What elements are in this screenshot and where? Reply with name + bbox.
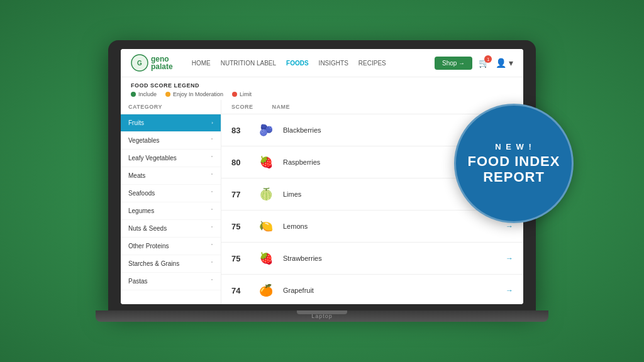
laptop-body: G geno palate HOME NUTRITION LABEL FOODS xyxy=(108,40,536,310)
badge-title: FOOD INDEX REPORT xyxy=(468,154,560,184)
chevron-down-icon: ˅ xyxy=(211,243,213,249)
sidebar-item-other-proteins[interactable]: Other Proteins ˅ xyxy=(121,238,221,255)
food-list-header: SCORE NAME xyxy=(221,100,523,114)
user-icon[interactable]: 👤 ▾ xyxy=(496,58,513,68)
score-column-header: SCORE xyxy=(231,104,253,110)
chevron-down-icon: ˅ xyxy=(211,138,213,143)
badge-new-label: N E W ! xyxy=(495,142,533,151)
sidebar-header: CATEGORY xyxy=(121,100,221,114)
laptop-wrapper: G geno palate HOME NUTRITION LABEL FOODS xyxy=(96,30,548,332)
laptop-label: Laptop xyxy=(311,313,333,319)
logo: G geno palate xyxy=(131,54,173,72)
nav-insights[interactable]: INSIGHTS xyxy=(319,60,348,67)
nav-foods[interactable]: FOODS xyxy=(286,60,309,67)
name-strawberries: Strawberries xyxy=(283,255,498,262)
score-lemons: 75 xyxy=(231,222,249,231)
sidebar-item-fruits[interactable]: Fruits › xyxy=(121,114,221,132)
name-column-header: NAME xyxy=(272,104,291,110)
img-raspberries: 🍓 xyxy=(257,153,275,172)
chevron-down-icon: ˅ xyxy=(211,155,213,161)
svg-text:G: G xyxy=(137,60,142,67)
logo-text: geno palate xyxy=(151,55,173,70)
overlay-badge: N E W ! FOOD INDEX REPORT xyxy=(454,104,574,223)
sidebar-item-vegetables[interactable]: Vegetables ˅ xyxy=(121,132,221,150)
sidebar-item-pastas[interactable]: Pastas ˅ xyxy=(121,273,221,290)
sidebar-item-seafoods[interactable]: Seafoods ˅ xyxy=(121,185,221,202)
logo-icon: G xyxy=(131,54,148,72)
legend-include: Include xyxy=(131,91,157,97)
score-limes: 77 xyxy=(231,190,249,199)
laptop-base: Laptop xyxy=(96,310,548,322)
nav-right: Shop → 🛒 1 👤 ▾ xyxy=(435,57,513,70)
chevron-down-icon: ˅ xyxy=(211,208,213,214)
chevron-down-icon: ˅ xyxy=(211,190,213,196)
legend-title: FOOD SCORE LEGEND xyxy=(131,82,513,89)
arrow-strawberries[interactable]: → xyxy=(506,254,513,263)
score-raspberries: 80 xyxy=(231,158,249,167)
limit-label: Limit xyxy=(240,91,252,97)
img-blackberries: 🫐 xyxy=(257,121,275,140)
arrow-grapefruit[interactable]: → xyxy=(506,286,513,295)
include-label: Include xyxy=(138,91,157,97)
arrow-lemons[interactable]: → xyxy=(506,222,513,231)
sidebar-item-leafy-vegetables[interactable]: Leafy Vegetables ˅ xyxy=(121,150,221,167)
img-limes: 🍈 xyxy=(257,185,275,204)
navigation-bar: G geno palate HOME NUTRITION LABEL FOODS xyxy=(121,49,523,77)
chevron-down-icon: ˅ xyxy=(211,278,213,284)
food-row-grapefruit: 74 🍊 Grapefruit → xyxy=(221,275,523,304)
cart-icon[interactable]: 🛒 1 xyxy=(479,58,489,68)
chevron-down-icon: ˅ xyxy=(211,173,213,178)
nav-links: HOME NUTRITION LABEL FOODS INSIGHTS RECI… xyxy=(192,60,422,67)
img-grapefruit: 🍊 xyxy=(257,281,275,300)
nav-home[interactable]: HOME xyxy=(192,60,211,67)
chevron-right-icon: › xyxy=(211,120,213,126)
chevron-down-icon: ˅ xyxy=(211,226,213,231)
img-lemons: 🍋 xyxy=(257,217,275,236)
img-strawberries: 🍓 xyxy=(257,249,275,268)
include-dot xyxy=(131,92,136,97)
legend-enjoy: Enjoy In Moderation xyxy=(165,91,223,97)
food-row-strawberries: 75 🍓 Strawberries → xyxy=(221,243,523,275)
name-lemons: Lemons xyxy=(283,222,498,230)
enjoy-dot xyxy=(165,92,170,97)
score-blackberries: 83 xyxy=(231,126,249,135)
chevron-down-icon: ˅ xyxy=(211,261,213,266)
sidebar-item-legumes[interactable]: Legumes ˅ xyxy=(121,202,221,220)
limit-dot xyxy=(232,92,237,97)
shop-button[interactable]: Shop → xyxy=(435,57,472,70)
sidebar: CATEGORY Fruits › Vegetables ˅ xyxy=(121,100,221,304)
legend-bar: FOOD SCORE LEGEND Include Enjoy In Moder… xyxy=(121,77,523,100)
food-row-lemons: 75 🍋 Lemons → xyxy=(221,211,523,243)
main-area: CATEGORY Fruits › Vegetables ˅ xyxy=(121,100,523,304)
cart-badge: 1 xyxy=(484,55,492,63)
nav-recipes[interactable]: RECIPES xyxy=(358,60,386,67)
score-grapefruit: 74 xyxy=(231,286,249,295)
sidebar-item-starches-grains[interactable]: Starches & Grains ˅ xyxy=(121,255,221,273)
enjoy-label: Enjoy In Moderation xyxy=(173,91,223,97)
legend-items: Include Enjoy In Moderation Limit xyxy=(131,91,513,97)
nav-nutrition-label[interactable]: NUTRITION LABEL xyxy=(221,60,276,67)
sidebar-item-nuts-seeds[interactable]: Nuts & Seeds ˅ xyxy=(121,220,221,238)
name-grapefruit: Grapefruit xyxy=(283,287,498,294)
score-strawberries: 75 xyxy=(231,254,249,263)
sidebar-item-meats[interactable]: Meats ˅ xyxy=(121,167,221,185)
legend-limit: Limit xyxy=(232,91,252,97)
